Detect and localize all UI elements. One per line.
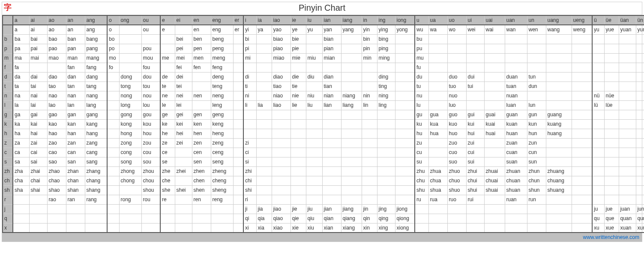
cell-d-iao[interactable]: diao <box>272 72 291 82</box>
cell-r-ong[interactable]: rong <box>119 195 141 204</box>
cell-j-i[interactable]: ji <box>243 204 256 214</box>
cell-g-an[interactable]: gan <box>66 110 85 119</box>
cell-sh-u[interactable]: shu <box>415 185 428 195</box>
cell-none-iao[interactable]: yao <box>272 25 291 34</box>
cell-p-ao[interactable]: pao <box>47 44 66 53</box>
cell-none-iong[interactable]: yong <box>395 25 415 34</box>
cell-l-iang[interactable]: liang <box>341 100 362 110</box>
cell-none-a[interactable]: a <box>13 25 29 34</box>
cell-none-er[interactable]: er <box>233 25 243 34</box>
cell-x-üe[interactable]: xue <box>604 223 619 233</box>
cell-zh-ai[interactable]: zhai <box>29 166 47 176</box>
cell-l-ang[interactable]: lang <box>85 100 107 110</box>
cell-none-ü[interactable]: yu <box>592 25 604 34</box>
cell-h-uang[interactable]: huang <box>546 129 572 138</box>
cell-d-e[interactable]: de <box>160 72 175 82</box>
cell-sh-eng[interactable]: sheng <box>211 185 233 195</box>
cell-m-eng[interactable]: meng <box>211 53 233 63</box>
cell-m-ao[interactable]: mao <box>47 53 66 63</box>
cell-g-ui[interactable]: gui <box>466 110 484 119</box>
cell-f-a[interactable]: fa <box>13 63 29 72</box>
cell-k-ang[interactable]: kang <box>85 119 107 129</box>
cell-g-a[interactable]: ga <box>13 110 29 119</box>
cell-d-an[interactable]: dan <box>66 72 85 82</box>
cell-n-üe[interactable]: nüe <box>604 91 619 100</box>
cell-c-ai[interactable]: cai <box>29 148 47 157</box>
cell-k-ui[interactable]: kui <box>466 119 484 129</box>
cell-p-ei[interactable]: pei <box>175 44 192 53</box>
cell-l-a[interactable]: la <box>13 100 29 110</box>
cell-t-iao[interactable]: tiao <box>272 82 291 91</box>
cell-zh-ou[interactable]: zhou <box>141 166 160 176</box>
cell-z-un[interactable]: zun <box>527 138 546 148</box>
cell-z-ui[interactable]: zui <box>466 138 484 148</box>
cell-sh-uan[interactable]: shuan <box>505 185 527 195</box>
cell-r-eng[interactable]: reng <box>211 195 233 204</box>
cell-t-un[interactable]: dun <box>527 82 546 91</box>
cell-z-a[interactable]: za <box>13 138 29 148</box>
cell-none-ün[interactable]: yun <box>636 25 644 34</box>
cell-zh-u[interactable]: zhu <box>415 166 428 176</box>
cell-c-ang[interactable]: cang <box>85 148 107 157</box>
cell-b-ang[interactable]: bang <box>85 34 107 44</box>
cell-r-ua[interactable]: rua <box>428 195 447 204</box>
cell-s-ui[interactable]: sui <box>466 157 484 166</box>
cell-m-a[interactable]: ma <box>13 53 29 63</box>
cell-s-eng[interactable]: seng <box>211 157 233 166</box>
cell-x-iu[interactable]: xiu <box>306 223 322 233</box>
cell-b-i[interactable]: bi <box>243 34 256 44</box>
cell-r-an[interactable]: ran <box>66 195 85 204</box>
cell-ch-uan[interactable]: chuan <box>505 176 527 185</box>
cell-zh-ui[interactable]: zhui <box>466 166 484 176</box>
cell-l-ei[interactable]: lei <box>175 100 192 110</box>
cell-c-e[interactable]: ce <box>160 148 175 157</box>
cell-k-ou[interactable]: kou <box>141 119 160 129</box>
cell-p-in[interactable]: pin <box>362 44 377 53</box>
cell-l-ing[interactable]: ling <box>377 100 395 110</box>
cell-n-i[interactable]: ni <box>243 91 256 100</box>
cell-x-ün[interactable]: xun <box>636 223 644 233</box>
cell-d-ie[interactable]: die <box>291 72 306 82</box>
cell-c-uo[interactable]: cuo <box>447 148 466 157</box>
cell-t-ong[interactable]: tong <box>119 82 141 91</box>
cell-none-ao[interactable]: ao <box>47 25 66 34</box>
cell-x-ü[interactable]: xu <box>592 223 604 233</box>
cell-q-üan[interactable]: quan <box>619 214 636 223</box>
cell-b-eng[interactable]: beng <box>211 34 233 44</box>
cell-s-uo[interactable]: suo <box>447 157 466 166</box>
cell-h-an[interactable]: han <box>66 129 85 138</box>
cell-p-ing[interactable]: ping <box>377 44 395 53</box>
cell-k-ua[interactable]: kua <box>428 119 447 129</box>
cell-n-iang[interactable]: niang <box>341 91 362 100</box>
cell-b-ao[interactable]: bao <box>47 34 66 44</box>
cell-z-eng[interactable]: zeng <box>211 138 233 148</box>
cell-zh-eng[interactable]: zheng <box>211 166 233 176</box>
cell-d-uo[interactable]: duo <box>447 72 466 82</box>
cell-q-ing[interactable]: qing <box>377 214 395 223</box>
cell-q-i[interactable]: qi <box>243 214 256 223</box>
cell-m-iu[interactable]: miu <box>306 53 322 63</box>
cell-z-ai[interactable]: zai <box>29 138 47 148</box>
cell-k-ao[interactable]: kao <box>47 119 66 129</box>
cell-g-uang[interactable]: guang <box>546 110 572 119</box>
cell-r-ang[interactable]: rang <box>85 195 107 204</box>
cell-l-iu[interactable]: liu <box>306 100 322 110</box>
cell-n-e[interactable]: ne <box>160 91 175 100</box>
cell-n-ing[interactable]: ning <box>377 91 395 100</box>
cell-sh-uai[interactable]: shuai <box>484 185 505 195</box>
cell-k-eng[interactable]: keng <box>211 119 233 129</box>
cell-none-o[interactable]: o <box>107 25 119 34</box>
cell-z-uan[interactable]: zuan <box>505 138 527 148</box>
cell-sh-ao[interactable]: shao <box>47 185 66 195</box>
cell-z-ei[interactable]: zei <box>175 138 192 148</box>
cell-m-u[interactable]: mu <box>415 53 428 63</box>
cell-sh-uang[interactable]: shuang <box>546 185 572 195</box>
cell-b-ai[interactable]: bai <box>29 34 47 44</box>
cell-l-ai[interactable]: lai <box>29 100 47 110</box>
cell-ch-en[interactable]: chen <box>192 176 211 185</box>
cell-none-iang[interactable]: yang <box>341 25 362 34</box>
cell-n-u[interactable]: nu <box>415 91 428 100</box>
cell-p-a[interactable]: pa <box>13 44 29 53</box>
cell-b-ing[interactable]: bing <box>377 34 395 44</box>
cell-t-ai[interactable]: tai <box>29 82 47 91</box>
